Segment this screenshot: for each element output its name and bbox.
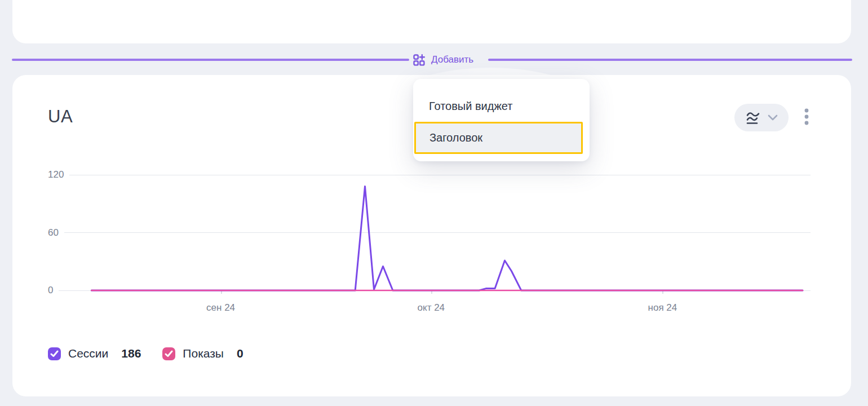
impressions-label: Показы <box>183 347 224 360</box>
widget-kebab-menu-button[interactable] <box>797 104 816 131</box>
legend-item-sessions[interactable]: Сессии 186 <box>48 347 141 360</box>
x-axis-tick <box>662 291 663 294</box>
add-widget-dropdown: Готовый виджет Заголовок <box>413 79 590 161</box>
x-axis-label: ноя 24 <box>648 302 677 314</box>
dropdown-item-header[interactable]: Заголовок <box>414 122 583 154</box>
add-widget-button[interactable]: Добавить <box>412 52 473 68</box>
chart-type-selector-button[interactable] <box>734 104 789 131</box>
y-axis-label: 60 <box>48 227 59 239</box>
kebab-menu-icon <box>804 108 809 127</box>
x-axis-label: сен 24 <box>206 302 235 314</box>
sessions-label: Сессии <box>68 347 108 360</box>
sessions-checkbox[interactable] <box>48 347 61 360</box>
chart-legend: Сессии 186 Показы 0 <box>48 347 243 360</box>
gridline <box>64 232 811 233</box>
widget-title: UA <box>48 107 73 127</box>
chevron-down-icon <box>768 114 778 121</box>
y-axis-label: 120 <box>48 169 64 180</box>
legend-item-impressions[interactable]: Показы 0 <box>162 347 243 360</box>
dropdown-item-ready-widget[interactable]: Готовый виджет <box>413 90 590 122</box>
x-axis-label: окт 24 <box>418 302 445 314</box>
y-gridline-row: 120 <box>48 169 811 180</box>
gridline <box>69 175 811 175</box>
impressions-value: 0 <box>237 347 243 360</box>
y-axis-label: 0 <box>48 285 53 296</box>
impressions-checkbox[interactable] <box>162 347 175 360</box>
gridline <box>59 290 811 291</box>
upper-widget-card <box>12 0 851 43</box>
divider-line-left <box>12 59 409 61</box>
add-widget-icon <box>412 53 426 67</box>
y-gridline-row: 60 <box>48 227 811 239</box>
y-gridline-row: 0 <box>48 285 811 296</box>
x-axis-tick <box>221 291 222 294</box>
add-widget-label: Добавить <box>431 54 473 65</box>
line-chart-waves-icon <box>745 110 762 126</box>
divider-line-right <box>488 59 852 61</box>
x-axis-tick <box>431 291 432 294</box>
sessions-value: 186 <box>121 347 141 360</box>
